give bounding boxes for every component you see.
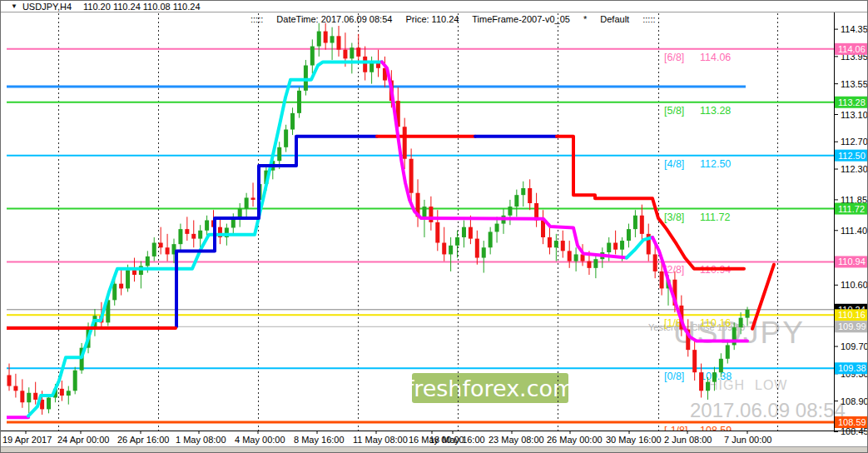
time-scale[interactable]: 19 Apr 201724 Apr 00:0026 Apr 16:001 May… xyxy=(2,431,772,445)
time-tick-label: 1 May 08:00 xyxy=(176,435,226,445)
price-tick-label: 112.70 xyxy=(841,137,868,147)
symbol-timeframe-label: USDJPY,H4 xyxy=(22,2,72,12)
plot-area[interactable]: [6/8]114.06[5/8]113.28[4/8]112.50[3/8]11… xyxy=(2,13,834,436)
murrey-label-value: 112.50 xyxy=(700,158,731,170)
price-badge-label: 110.94 xyxy=(838,256,866,266)
candles xyxy=(7,23,750,415)
murrey-label-name: [5/8] xyxy=(664,105,684,117)
price-badge-label: 110.16 xyxy=(838,310,866,320)
ohlc-values: 110.20 110.24 110.08 110.24 xyxy=(83,2,200,12)
info-profile: Default xyxy=(600,14,629,24)
murrey-label-value: 111.72 xyxy=(700,212,730,223)
time-tick-label: 19 Apr 2017 xyxy=(2,435,52,445)
price-badge-label: 112.50 xyxy=(838,151,866,161)
magenta-trail-down xyxy=(382,62,627,257)
info-price: Price: 110.24 xyxy=(405,14,459,24)
murrey-label-value: 113.28 xyxy=(700,105,731,117)
price-scale[interactable]: 114.35113.95113.55113.10112.70112.30111.… xyxy=(834,24,868,436)
price-tick-label: 108.45 xyxy=(841,426,868,436)
red-projection-line xyxy=(752,265,774,329)
price-tick-label: 108.90 xyxy=(841,396,868,406)
murrey-label-value: 110.16 xyxy=(700,317,731,329)
murrey-label-value: 114.06 xyxy=(700,52,731,63)
indicator-info-bar: ::::: DateTime: 2017.06.09 08:54 Price: … xyxy=(250,14,667,24)
price-tick-label: 110.60 xyxy=(841,280,868,290)
info-timeframe: TimeFrame-2007-v0_05 xyxy=(472,14,570,24)
price-badge-label: 109.99 xyxy=(838,321,866,331)
time-tick-label: 18 May 16:00 xyxy=(429,435,485,445)
price-badge-label: 109.38 xyxy=(838,363,866,373)
time-tick-label: 30 May 16:00 xyxy=(606,435,662,445)
price-tick-label: 113.55 xyxy=(841,79,868,89)
murrey-label-name: [3/8] xyxy=(664,212,684,223)
price-tick-label: 114.35 xyxy=(841,24,868,34)
trail-overlays xyxy=(2,62,774,417)
time-tick-label: 7 Jun 00:00 xyxy=(724,435,772,445)
time-tick-label: 23 May 08:00 xyxy=(489,435,544,445)
time-tick-label: 8 May 16:00 xyxy=(294,435,345,445)
info-dots-left: ::::: xyxy=(250,14,263,24)
price-tick-label: 111.40 xyxy=(841,226,867,236)
murrey-labels: [6/8]114.06[5/8]113.28[4/8]112.50[3/8]11… xyxy=(664,52,732,436)
murrey-label-name: [6/8] xyxy=(664,52,684,63)
chart-canvas[interactable]: [6/8]114.06[5/8]113.28[4/8]112.50[3/8]11… xyxy=(1,1,868,453)
murrey-label-name: [0/8] xyxy=(664,371,684,382)
chart-title-bar: ▼ USDJPY,H4 110.20 110.24 110.08 110.24 xyxy=(1,1,867,12)
price-badge-label: 108.59 xyxy=(838,417,866,427)
time-tick-label: 24 Apr 00:00 xyxy=(57,435,109,445)
status-strip xyxy=(1,446,867,453)
time-tick-label: 11 May 08:00 xyxy=(353,435,408,445)
murrey-label-name: [4/8] xyxy=(664,158,684,170)
chart-window: Yesterday Close 109.99 USDJPY HIGH LOW 2… xyxy=(0,0,868,453)
price-tick-label: 112.30 xyxy=(841,164,868,174)
time-tick-label: 2 Jun 08:00 xyxy=(664,435,712,445)
symbol-dropdown-icon[interactable]: ▼ xyxy=(11,2,17,10)
time-tick-label: 4 May 00:00 xyxy=(235,435,285,445)
price-badge-label: 111.72 xyxy=(838,204,865,214)
price-badge-label: 113.28 xyxy=(838,97,866,107)
info-dots-right: ::::: xyxy=(642,14,655,24)
price-tick-label: 109.70 xyxy=(841,341,868,351)
price-badge-label: 114.06 xyxy=(838,44,866,54)
info-datetime: DateTime: 2017.06.09 08:54 xyxy=(276,14,392,24)
time-tick-label: 26 May 00:00 xyxy=(547,435,603,445)
price-tick-label: 113.10 xyxy=(841,110,868,120)
time-tick-label: 26 Apr 16:00 xyxy=(117,435,169,445)
info-star: * xyxy=(583,14,587,24)
